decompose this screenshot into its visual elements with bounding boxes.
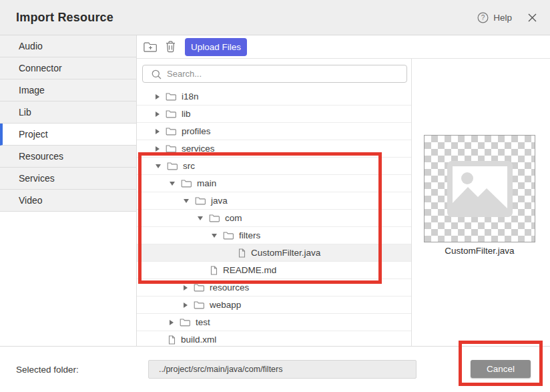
file-icon [238, 248, 246, 258]
search-box [142, 65, 407, 83]
close-button[interactable] [528, 13, 537, 22]
sidebar-item-project[interactable]: Project [0, 124, 136, 146]
tree-item-label: profiles [182, 126, 211, 136]
tree-item-label: filters [239, 230, 260, 240]
toolbar: Upload Files [137, 35, 550, 59]
chevron-right-icon[interactable] [156, 112, 160, 117]
help-label: Help [493, 13, 512, 23]
page-title: Import Resource [16, 11, 113, 25]
header-actions: ? Help [477, 12, 537, 23]
tree-item-label: lib [182, 109, 191, 119]
file-icon [210, 266, 218, 275]
sidebar-item-label: Services [19, 173, 55, 184]
preview-thumbnail [424, 135, 535, 242]
chevron-right-icon[interactable] [184, 303, 188, 308]
sidebar-item-label: Image [19, 85, 45, 95]
chevron-down-icon[interactable] [184, 199, 189, 203]
tree-row-build-xml[interactable]: build.xml [137, 331, 412, 346]
sidebar-item-label: Resources [19, 151, 63, 162]
tree-item-label: README.md [223, 265, 276, 275]
folder-icon [166, 110, 176, 118]
tree-row-java[interactable]: java [137, 192, 412, 210]
tree-item-label: test [196, 317, 210, 327]
delete-button[interactable] [166, 41, 176, 53]
chevron-down-icon[interactable] [212, 234, 217, 238]
folder-icon [195, 196, 206, 205]
file-tree-panel: i18nlibprofilesservicessrcmainjavacomfil… [137, 59, 412, 346]
tree-row-webapp[interactable]: webapp [137, 297, 412, 314]
sidebar-item-audio[interactable]: Audio [0, 35, 136, 57]
folder-plus-icon [144, 41, 158, 53]
tree-item-label: java [211, 196, 228, 206]
close-icon [528, 13, 537, 22]
sidebar-item-connector[interactable]: Connector [0, 57, 136, 79]
tree-row-test[interactable]: test [137, 314, 412, 331]
folder-icon [181, 179, 192, 188]
sidebar: AudioConnectorImageLibProjectResourcesSe… [0, 35, 137, 346]
folder-icon [194, 283, 204, 292]
sidebar-item-label: Connector [19, 63, 62, 73]
chevron-right-icon[interactable] [156, 94, 160, 100]
chevron-down-icon[interactable] [198, 216, 203, 220]
dialog-header: Import Resource ? Help [0, 0, 550, 35]
tree-row-customfilter-java[interactable]: CustomFilter.java [137, 244, 412, 262]
tree-item-label: build.xml [181, 335, 216, 345]
sidebar-item-label: Project [19, 129, 48, 140]
chevron-right-icon[interactable] [184, 285, 188, 290]
upload-files-button[interactable]: Upload Files [185, 38, 247, 56]
file-icon [168, 335, 176, 345]
chevron-right-icon[interactable] [156, 129, 160, 134]
sidebar-item-services[interactable]: Services [0, 168, 136, 190]
add-folder-button[interactable] [144, 41, 158, 53]
sidebar-item-resources[interactable]: Resources [0, 146, 136, 168]
tree-item-label: src [183, 161, 195, 171]
tree-row-readme-md[interactable]: README.md [137, 262, 412, 279]
sidebar-item-image[interactable]: Image [0, 79, 136, 102]
tree-row-src[interactable]: src [137, 158, 412, 175]
tree-row-services[interactable]: services [137, 140, 412, 158]
tree-row-lib[interactable]: lib [137, 106, 412, 123]
preview-panel: CustomFilter.java [412, 59, 550, 346]
selected-folder-label: Selected folder: [16, 365, 79, 375]
chevron-down-icon[interactable] [156, 164, 161, 168]
folder-icon [166, 92, 176, 101]
dialog-footer: Selected folder: Cancel [0, 346, 550, 392]
svg-text:?: ? [481, 14, 485, 21]
sidebar-item-lib[interactable]: Lib [0, 102, 136, 124]
file-tree: i18nlibprofilesservicessrcmainjavacomfil… [137, 88, 412, 346]
tree-item-label: resources [210, 282, 249, 292]
tree-item-label: webapp [210, 300, 241, 310]
image-placeholder-icon [447, 161, 513, 217]
tree-item-label: i18n [182, 91, 199, 102]
help-button[interactable]: ? Help [477, 12, 512, 23]
selected-folder-field[interactable] [148, 360, 417, 379]
tree-row-filters[interactable]: filters [137, 227, 412, 244]
chevron-right-icon[interactable] [170, 320, 174, 325]
import-resource-dialog: Import Resource ? Help Audi [0, 0, 550, 392]
sidebar-item-video[interactable]: Video [0, 190, 136, 212]
tree-item-label: CustomFilter.java [251, 248, 320, 258]
chevron-right-icon[interactable] [156, 146, 160, 152]
folder-icon [166, 127, 176, 136]
tree-item-label: main [197, 178, 216, 188]
tree-row-com[interactable]: com [137, 210, 412, 227]
tree-row-main[interactable]: main [137, 175, 412, 192]
sidebar-item-label: Lib [19, 107, 31, 118]
folder-icon [180, 318, 190, 327]
folder-icon [209, 214, 220, 222]
tree-row-resources[interactable]: resources [137, 279, 412, 297]
folder-icon [167, 162, 178, 170]
folder-icon [223, 231, 234, 240]
tree-row-profiles[interactable]: profiles [137, 123, 412, 140]
sidebar-item-label: Video [19, 195, 43, 206]
search-input[interactable] [143, 65, 406, 82]
tree-row-i18n[interactable]: i18n [137, 88, 412, 106]
sidebar-item-label: Audio [19, 41, 43, 51]
tree-item-label: com [225, 213, 242, 223]
folder-icon [166, 144, 176, 153]
preview-filename: CustomFilter.java [424, 246, 535, 256]
trash-icon [166, 41, 176, 53]
cancel-button[interactable]: Cancel [471, 360, 531, 378]
chevron-down-icon[interactable] [170, 182, 175, 186]
help-icon: ? [477, 12, 489, 23]
